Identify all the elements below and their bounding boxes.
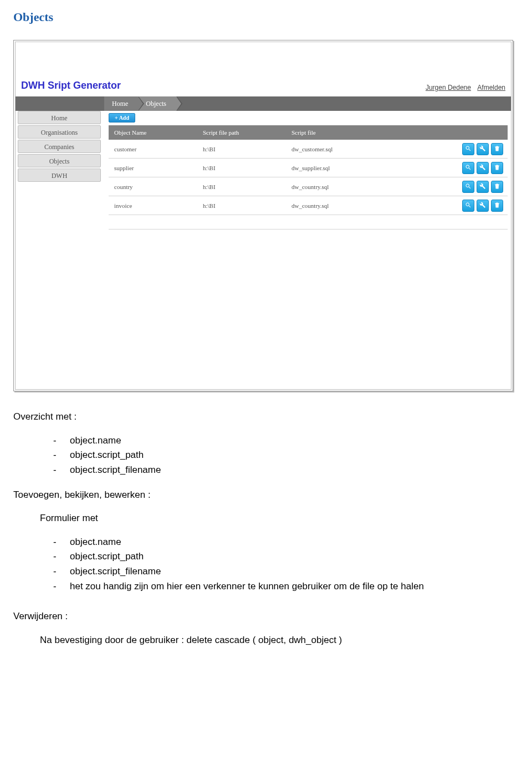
breadcrumb-item[interactable]: Home [104,96,138,111]
section-heading: Objects [13,10,519,24]
sidebar-item-home[interactable]: Home [18,111,101,124]
app-screenshot: DWH Sript Generator Jurgen Dedene Afmeld… [13,40,513,391]
wrench-icon [479,145,486,153]
formulier-list: object.name object.script_path object.sc… [53,535,519,594]
sidebar-item-objects[interactable]: Objects [18,154,101,167]
delete-button[interactable] [491,162,503,174]
cell-name: customer [114,146,203,152]
table-row: customer h:\BI dw_customer.sql [109,140,508,159]
cell-file: dw_country.sql [291,202,441,209]
col-object-name: Object Name [114,125,203,140]
cell-path: h:\BI [203,165,291,171]
list-item: object.name [53,535,519,549]
list-item: het zou handig zijn om hier een verkenne… [53,580,519,594]
cell-name: country [114,183,203,190]
cell-file: dw_customer.sql [291,146,441,152]
table-row: invoice h:\BI dw_country.sql [109,196,508,215]
formulier-label: Formulier met [13,512,519,526]
edit-button[interactable] [477,143,489,155]
view-button[interactable] [462,181,474,193]
objects-table: Object Name Script file path Script file… [109,125,508,229]
na-bevestiging: Na bevestiging door de gebruiker : delet… [13,634,519,647]
overzicht-label: Overzicht met : [13,410,519,424]
add-button[interactable]: + Add [109,113,135,123]
cell-file: dw_supplier.sql [291,165,441,171]
list-item: object.script_filename [53,463,519,477]
sidebar-item-dwh[interactable]: DWH [18,169,101,182]
delete-button[interactable] [491,181,503,193]
cell-name: supplier [114,165,203,171]
sidebar: Home Organisations Companies Objects DWH [18,111,101,183]
list-item: object.script_path [53,550,519,564]
logout-link[interactable]: Afmelden [477,84,505,91]
overzicht-list: object.name object.script_path object.sc… [53,434,519,477]
view-button[interactable] [462,143,474,155]
cell-name: invoice [114,202,203,209]
list-item: object.name [53,434,519,448]
col-script-file: Script file [291,125,441,140]
verwijderen-label: Verwijderen : [13,610,519,624]
trash-icon [494,202,500,210]
edit-button[interactable] [477,181,489,193]
cell-path: h:\BI [203,202,291,209]
wrench-icon [479,183,486,191]
app-title: DWH Sript Generator [21,80,121,91]
nav-strip [16,96,511,111]
trash-icon [494,164,500,172]
search-icon [465,202,472,210]
breadcrumb: Home Objects [104,96,176,111]
trash-icon [494,145,500,153]
wrench-icon [479,164,486,172]
list-item: object.script_filename [53,565,519,579]
search-icon [465,145,472,153]
list-item: object.script_path [53,448,519,462]
search-icon [465,164,472,172]
edit-button[interactable] [477,200,489,212]
delete-button[interactable] [491,143,503,155]
view-button[interactable] [462,162,474,174]
table-row: country h:\BI dw_country.sql [109,177,508,196]
cell-path: h:\BI [203,146,291,152]
cell-file: dw_country.sql [291,183,441,190]
edit-button[interactable] [477,162,489,174]
table-row-empty [109,215,508,229]
sidebar-item-organisations[interactable]: Organisations [18,125,101,139]
trash-icon [494,183,500,191]
view-button[interactable] [462,200,474,212]
toevoegen-label: Toevoegen, bekijken, bewerken : [13,488,519,502]
wrench-icon [479,202,486,210]
user-link[interactable]: Jurgen Dedene [426,84,471,91]
col-script-path: Script file path [203,125,291,140]
cell-path: h:\BI [203,183,291,190]
table-header: Object Name Script file path Script file [109,125,508,140]
search-icon [465,183,472,191]
delete-button[interactable] [491,200,503,212]
table-row: supplier h:\BI dw_supplier.sql [109,159,508,177]
sidebar-item-companies[interactable]: Companies [18,140,101,153]
